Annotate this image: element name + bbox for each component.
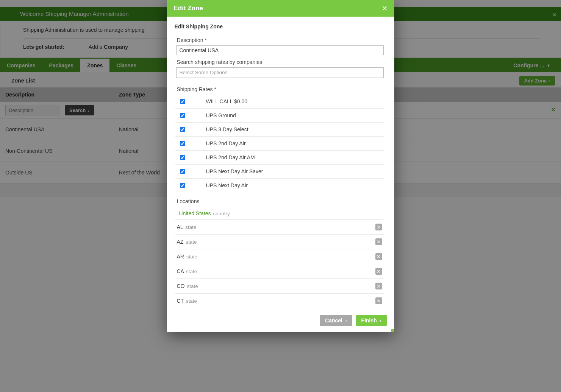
modal-header: Edit Zone × xyxy=(167,0,394,17)
country-type: country xyxy=(213,211,230,216)
locations-list[interactable]: United States country AL state ✕ AZ stat… xyxy=(175,207,384,306)
chevron-right-icon: › xyxy=(345,318,347,323)
finish-label: Finish xyxy=(361,317,377,324)
remove-icon[interactable]: ✕ xyxy=(375,283,382,289)
remove-icon[interactable]: ✕ xyxy=(375,297,382,304)
description-label: Description * xyxy=(177,37,387,43)
remove-icon[interactable]: ✕ xyxy=(375,238,382,245)
cancel-button[interactable]: Cancel › xyxy=(320,315,352,326)
location-country-row[interactable]: United States country xyxy=(175,207,384,220)
state-code: CO xyxy=(177,283,185,289)
location-row: CT state ✕ xyxy=(175,294,384,306)
rate-label: WILL CALL $0.00 xyxy=(206,98,247,104)
rate-checkbox[interactable] xyxy=(180,127,185,132)
state-type: state xyxy=(185,224,196,230)
location-row: CA state ✕ xyxy=(175,264,384,279)
state-code: CA xyxy=(177,268,184,274)
rate-row[interactable]: UPS Next Day Air Saver xyxy=(175,165,384,179)
state-type: state xyxy=(187,283,198,289)
modal-subtitle: Edit Shipping Zone xyxy=(175,23,387,30)
rate-row[interactable]: UPS Next Day Air xyxy=(175,179,384,191)
remove-icon[interactable]: ✕ xyxy=(375,224,382,230)
rate-label: UPS 2nd Day Air AM xyxy=(206,154,255,160)
rate-label: UPS Next Day Air Saver xyxy=(206,168,263,174)
cancel-label: Cancel xyxy=(325,317,342,324)
state-code: AR xyxy=(177,254,184,260)
close-icon[interactable]: × xyxy=(382,4,387,13)
finish-button[interactable]: Finish › xyxy=(356,315,387,326)
shipping-rates-label: Shipping Rates * xyxy=(177,86,387,92)
description-input[interactable] xyxy=(176,45,384,55)
location-row: CO state ✕ xyxy=(175,279,384,294)
state-code: AL xyxy=(177,224,183,230)
shipping-rates-list[interactable]: WILL CALL $0.00 UPS Ground UPS 3 Day Sel… xyxy=(175,95,384,191)
country-name: United States xyxy=(179,210,211,216)
rate-checkbox[interactable] xyxy=(180,169,185,174)
modal-body: Edit Shipping Zone Description * Search … xyxy=(167,17,394,309)
state-type: state xyxy=(186,269,197,274)
multiselect-placeholder: Select Some Options xyxy=(180,70,228,75)
modal-overlay: Edit Zone × Edit Shipping Zone Descripti… xyxy=(0,0,561,392)
rate-checkbox[interactable] xyxy=(180,113,185,118)
rate-row[interactable]: UPS 2nd Day Air xyxy=(175,137,384,151)
rate-row[interactable]: UPS 2nd Day Air AM xyxy=(175,151,384,165)
rate-label: UPS Ground xyxy=(206,112,236,118)
chevron-right-icon: › xyxy=(380,318,381,323)
rate-checkbox[interactable] xyxy=(180,155,185,160)
rate-row[interactable]: UPS 3 Day Select xyxy=(175,123,384,137)
remove-icon[interactable]: ✕ xyxy=(375,268,382,275)
company-multiselect[interactable]: Select Some Options xyxy=(176,67,384,78)
rate-checkbox[interactable] xyxy=(180,183,185,188)
location-row: AZ state ✕ xyxy=(175,235,384,249)
rate-label: UPS Next Day Air xyxy=(206,182,248,188)
rate-label: UPS 3 Day Select xyxy=(206,126,248,132)
rate-row[interactable]: UPS Ground xyxy=(175,109,384,123)
rate-row[interactable]: WILL CALL $0.00 xyxy=(175,95,384,109)
state-type: state xyxy=(186,254,197,260)
state-type: state xyxy=(186,298,197,304)
remove-icon[interactable]: ✕ xyxy=(375,253,382,260)
edit-zone-modal: Edit Zone × Edit Shipping Zone Descripti… xyxy=(167,0,394,332)
state-type: state xyxy=(186,239,197,245)
state-code: CT xyxy=(177,298,184,304)
search-rates-label: Search shipping rates by companies xyxy=(177,59,387,65)
location-row: AR state ✕ xyxy=(175,249,384,264)
locations-label: Locations xyxy=(177,198,387,204)
rate-label: UPS 2nd Day Air xyxy=(206,140,246,146)
location-row: AL state ✕ xyxy=(175,220,384,235)
state-code: AZ xyxy=(177,239,184,245)
rate-checkbox[interactable] xyxy=(180,141,185,146)
rate-checkbox[interactable] xyxy=(180,99,185,104)
modal-footer: Cancel › Finish › xyxy=(167,309,394,332)
resize-handle-icon[interactable] xyxy=(391,329,394,332)
modal-title: Edit Zone xyxy=(174,5,203,12)
